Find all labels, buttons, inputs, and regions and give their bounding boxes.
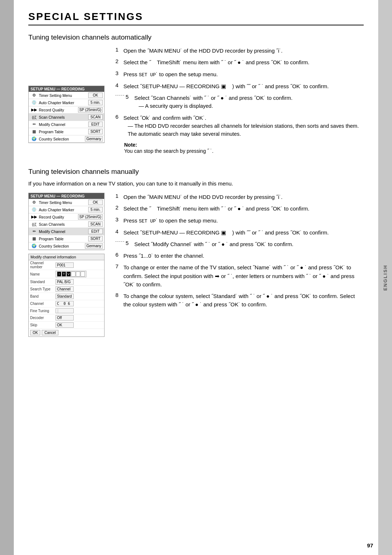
s2-row2-value: 5 min. <box>88 207 103 212</box>
row5-value: EDIT <box>88 122 103 127</box>
step-content-2-3: Press SET UP˙ to open the setup menu. <box>123 216 364 225</box>
s2-row1-label: Timer Setting Menu <box>38 200 88 205</box>
name-char-1: I <box>57 272 61 277</box>
note-text-1: You can stop the search by pressing ˝ ˙. <box>124 148 213 154</box>
channel-number-value: P001 <box>56 262 74 268</box>
step-num-2-5: 5 <box>126 240 134 246</box>
row1-label: Timer Setting Menu <box>38 93 88 98</box>
setup-row-5: ✏ Modify Channel EDIT <box>29 121 104 128</box>
step-num-2-7: 7 <box>115 263 123 269</box>
step-1-2: 2 Select the ˝ TimeShift˙ menu item with… <box>115 58 364 66</box>
s2-row3-label: Record Quality <box>38 215 78 219</box>
band-label: Band <box>30 294 56 298</box>
fine-tuning-value: │ <box>56 308 74 313</box>
s2-row-7: 🌍 Country Selection Germany <box>29 242 104 250</box>
cancel-button[interactable]: Cancel <box>42 330 58 335</box>
modify-row-name: Name I T V <box>29 270 104 278</box>
left-sidebar <box>0 0 14 555</box>
table-icon: ▦ <box>30 129 38 134</box>
step-1-3: 3 Press SET UP˙ to open the setup menu. <box>115 70 364 79</box>
connector-5 <box>115 95 124 95</box>
section1-heading: Tuning television channels automatically <box>28 33 364 41</box>
name-value: I T V <box>56 271 86 277</box>
step-2-8: 8 To change the colour system, select ˝S… <box>115 292 364 309</box>
modify-panel: Modify channel information Channel numbe… <box>28 254 105 337</box>
setup-row-1: ⚙ Timer Setting Menu OK <box>29 92 104 99</box>
decoder-value: Off <box>56 315 74 321</box>
setup-panel-2: SETUP MENU — RECORDING ⚙ Timer Setting M… <box>28 193 105 250</box>
step-2-2: 2 Select the ˝ TimeShift˙ menu item with… <box>115 204 364 213</box>
modify-row-search-type: Search Type Channel <box>29 286 104 293</box>
s2-row6-label: Program Table <box>38 237 88 241</box>
row3-value: SP (25min/G) <box>78 107 103 113</box>
row6-label: Program Table <box>38 130 88 134</box>
globe-icon: 🌍 <box>30 136 38 141</box>
step-num-1-3: 3 <box>115 70 123 76</box>
step-2-3: 3 Press SET UP˙ to open the setup menu. <box>115 216 364 225</box>
section-manual-tuning: Tuning television channels manually If y… <box>28 168 364 337</box>
skip-value: OK <box>56 322 74 328</box>
step-1-5-row: 5 Select ˝Scan Channels˙ with ˝ ˙ or ˝ ●… <box>115 94 364 110</box>
step-num-1-5: 5 <box>126 94 134 100</box>
setup-row-2: 💿 Auto Chapter Marker 5 min. <box>29 99 104 106</box>
page-number: 97 <box>367 542 373 548</box>
s2-row3-value: SP (25min/G) <box>78 214 103 220</box>
step-1-6-sub: — The HDD DVD recorder searches all chan… <box>123 122 364 138</box>
setup-panel-2-title: SETUP MENU — RECORDING <box>29 193 104 199</box>
section2-panel-area: SETUP MENU — RECORDING ⚙ Timer Setting M… <box>28 193 115 337</box>
step-num-1-2: 2 <box>115 58 123 64</box>
main-content: SPECIAL SETTINGS Tuning television chann… <box>14 0 378 362</box>
disc-icon: 💿 <box>30 100 38 105</box>
step-content-1-4: Select ˝SETUP-MENU — RECORDING ▣ ) with … <box>123 82 364 90</box>
modify-panel-title: Modify channel information <box>29 254 104 260</box>
setup-row-7: 🌍 Country Selection Germany <box>29 135 104 143</box>
step-content-1-3: Press SET UP˙ to open the setup menu. <box>123 70 364 79</box>
row2-value: 5 min. <box>88 100 103 105</box>
row4-label: Scan Channels <box>38 115 88 119</box>
step-num-2-1: 1 <box>115 193 123 199</box>
name-char-5 <box>76 272 80 277</box>
language-label: ENGLISH <box>383 265 388 291</box>
s2-row-4: ((ζ Scan Channels SCAN <box>29 221 104 228</box>
decoder-label: Decoder <box>30 316 56 320</box>
step-content-1-6: Select ˝Ok˙ and confirm with ˝OK˙. — The… <box>123 114 364 138</box>
step-num-2-2: 2 <box>115 204 123 211</box>
page-title: SPECIAL SETTINGS <box>28 11 364 25</box>
s2-row-6: ▦ Program Table SORT <box>29 235 104 242</box>
setup-panel-1-title: SETUP MENU — RECORDING <box>29 86 104 92</box>
row6-value: SORT <box>88 129 103 134</box>
modify-bottom-buttons: OK Cancel <box>29 329 104 336</box>
modify-row-band: Band Standard <box>29 293 104 300</box>
name-char-6 <box>81 272 85 277</box>
step-content-1-5: Select ˝Scan Channels˙ with ˝ ˙ or ˝ ● ˙… <box>134 94 364 110</box>
scan-icon: ((ζ <box>30 115 38 119</box>
step-content-2-5: Select ˝Modify Channel˙ with ˝ ˙ or ˝ ● … <box>134 240 364 248</box>
ok-button[interactable]: OK <box>30 330 40 335</box>
modify-row-decoder: Decoder Off <box>29 314 104 322</box>
section-auto-tuning: Tuning television channels automatically… <box>28 33 364 158</box>
s2-sound-icon: ▶▶ <box>30 215 38 219</box>
search-type-label: Search Type <box>30 287 56 291</box>
row7-value: Germany <box>85 136 103 142</box>
modify-row-skip: Skip OK <box>29 322 104 329</box>
step-1-5-sub: — A security query is displayed. <box>134 102 364 110</box>
s2-timer-icon: ⚙ <box>30 200 38 205</box>
s2-row7-label: Country Selection <box>38 244 85 248</box>
s2-table-icon: ▦ <box>30 236 38 241</box>
name-char-2: T <box>62 272 66 277</box>
step-1-6: 6 Select ˝Ok˙ and confirm with ˝OK˙. — T… <box>115 114 364 138</box>
right-sidebar: ENGLISH <box>378 0 392 555</box>
sound-icon: ▶▶ <box>30 107 38 112</box>
name-char-3: V <box>66 272 71 277</box>
step-num-1-4: 4 <box>115 82 123 88</box>
connector-2-5 <box>115 241 124 242</box>
s2-row4-label: Scan Channels <box>38 222 88 227</box>
setup-row-6: ▦ Program Table SORT <box>29 128 104 135</box>
s2-row1-value: OK <box>88 200 103 205</box>
s2-globe-icon: 🌍 <box>30 244 38 248</box>
s2-disc-icon: 💿 <box>30 207 38 212</box>
modify-row-channel: Channel number P001 <box>29 260 104 270</box>
step-2-6: 6 Press ˝1...0˙ to enter the channel. <box>115 252 364 260</box>
step-num-2-4: 4 <box>115 228 123 234</box>
row4-value: SCAN <box>88 114 103 120</box>
